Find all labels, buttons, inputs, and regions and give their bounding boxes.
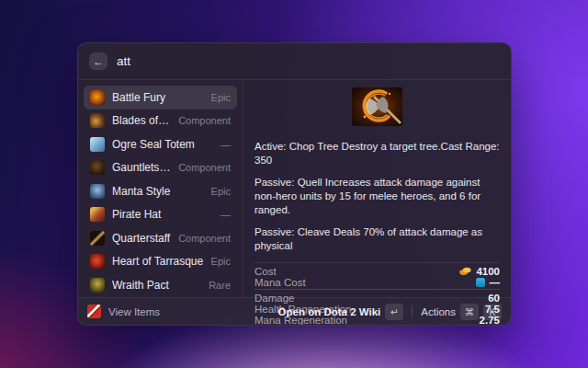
item-name: Blades of Attack [112, 114, 171, 127]
item-badge: Epic [211, 186, 231, 197]
meta-label: Cost [254, 266, 277, 277]
item-name: Manta Style [112, 185, 204, 198]
manta-style-icon [90, 184, 105, 199]
list-item-quarterstaff[interactable]: Quarterstaff Component [84, 226, 237, 250]
item-name: Heart of Tarrasque [112, 255, 204, 268]
ogre-seal-totem-icon [90, 137, 105, 152]
item-image-container [254, 87, 500, 130]
item-name: Quarterstaff [112, 232, 171, 245]
gauntlets-of-strength-icon [90, 160, 105, 175]
list-item-gauntlets-of-strength[interactable]: Gauntlets of Strength Component [84, 156, 237, 180]
item-name: Pirate Hat [112, 208, 213, 221]
heart-of-tarrasque-icon [90, 254, 105, 269]
main-content: Battle Fury Epic Blades of Attack Compon… [78, 80, 511, 297]
meta-value-text: — [490, 277, 501, 288]
item-badge: Rare [209, 280, 231, 291]
command-key-icon: ⌘ [460, 304, 479, 320]
list-item-battle-fury[interactable]: Battle Fury Epic [84, 86, 237, 109]
item-badge: — [220, 139, 231, 150]
item-badge: Component [178, 162, 231, 173]
divider [254, 289, 500, 290]
mana-icon [476, 278, 485, 287]
footer-divider [412, 305, 413, 317]
item-badge: Component [178, 233, 231, 244]
launcher-window: ← Battle Fury Epic Blades of Attack Comp… [77, 42, 512, 326]
actions-menu-button[interactable]: Actions ⌘ K [421, 304, 502, 320]
item-badge: Epic [211, 256, 231, 267]
list-item-ogre-seal-totem[interactable]: Ogre Seal Totem — [84, 132, 237, 156]
description-active: Active: Chop Tree Destroy a target tree.… [254, 140, 500, 167]
item-badge: Epic [211, 92, 231, 103]
search-header: ← [78, 43, 511, 80]
wraith-pact-icon [90, 278, 105, 293]
meta-value-text: 4100 [476, 266, 500, 277]
back-arrow-icon: ← [93, 55, 104, 68]
list-item-heart-of-tarrasque[interactable]: Heart of Tarrasque Epic [84, 250, 237, 274]
item-name: Gauntlets of Strength [112, 161, 171, 174]
actions-label: Actions [421, 306, 456, 317]
quarterstaff-icon [90, 231, 105, 246]
item-name: Wraith Pact [112, 279, 201, 292]
meta-row-mana-cost: Mana Cost — [254, 277, 500, 288]
list-item-blades-of-attack[interactable]: Blades of Attack Component [84, 109, 237, 133]
description-passive-quell: Passive: Quell Increases attack damage a… [254, 176, 500, 217]
meta-label: Mana Cost [254, 277, 306, 288]
search-input[interactable] [117, 54, 500, 68]
item-badge: — [220, 209, 231, 220]
detail-panel: Active: Chop Tree Destroy a target tree.… [243, 80, 511, 297]
pirate-hat-icon [90, 207, 105, 222]
item-name: Ogre Seal Totem [112, 138, 213, 151]
list-item-wraith-pact[interactable]: Wraith Pact Rare [84, 273, 237, 297]
battle-fury-image [352, 87, 402, 126]
gold-icon [459, 267, 471, 275]
meta-row-cost: Cost 4100 [254, 266, 500, 277]
primary-action-button[interactable]: Open on Dota 2 Wiki ↵ [278, 304, 404, 320]
item-badge: Component [178, 115, 231, 126]
dota2-logo-icon [87, 305, 101, 318]
item-name: Battle Fury [112, 91, 204, 104]
enter-key-icon: ↵ [385, 304, 403, 320]
extension-label: View Items [108, 306, 160, 317]
action-bar: View Items Open on Dota 2 Wiki ↵ Actions… [78, 297, 511, 325]
list-item-manta-style[interactable]: Manta Style Epic [84, 179, 237, 203]
description-passive-cleave: Passive: Cleave Deals 70% of attack dama… [254, 225, 500, 253]
list-item-pirate-hat[interactable]: Pirate Hat — [84, 203, 237, 227]
battle-fury-icon [90, 90, 105, 105]
primary-action-label: Open on Dota 2 Wiki [278, 306, 381, 317]
item-list: Battle Fury Epic Blades of Attack Compon… [78, 80, 243, 297]
blades-of-attack-icon [90, 113, 105, 128]
back-button[interactable]: ← [89, 52, 107, 70]
divider [254, 262, 500, 263]
k-key-icon: K [483, 304, 502, 320]
